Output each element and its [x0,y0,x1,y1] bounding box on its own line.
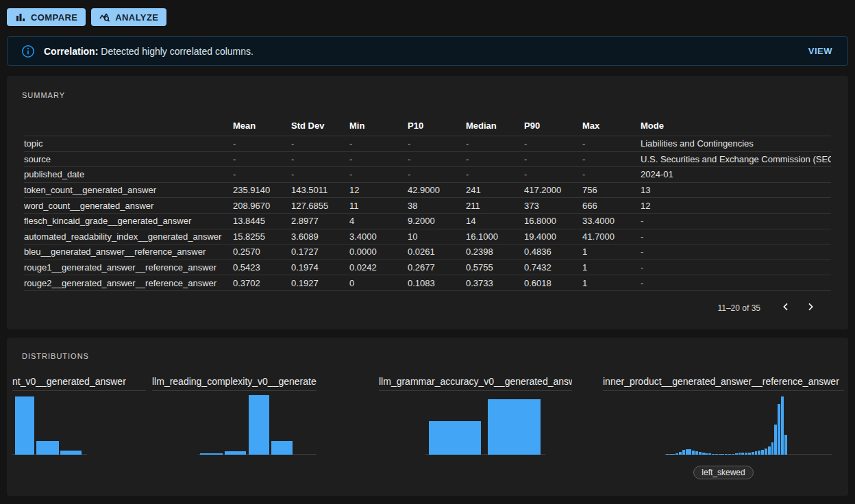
row-value: 0.0000 [349,247,408,257]
histogram-bar [36,441,58,455]
row-value: 0.4836 [524,247,582,257]
table-row[interactable]: topic-------Liabilities and Contingencie… [24,136,831,152]
compare-button[interactable]: COMPARE [7,8,86,26]
histogram-bar [732,454,734,455]
histogram-bar [752,452,754,455]
table-row[interactable]: published_date-------2024-01 [24,167,831,183]
row-value: - [466,169,524,179]
row-value: 12 [641,201,831,211]
column-header: P90 [524,121,582,131]
chevron-left-icon [780,301,791,314]
alert-message: Detected highly correlated columns. [101,46,253,57]
table-row[interactable]: flesch_kincaid_grade__generated_answer13… [24,214,831,229]
table-row[interactable]: source-------U.S. Securities and Exchang… [24,152,831,168]
column-header: Median [466,121,524,131]
row-label: bleu__generated_answer__reference_answer [24,247,233,257]
row-value: 13.8445 [233,216,291,226]
row-value: - [291,154,349,164]
table-row[interactable]: word_count__generated_answer208.9670127.… [24,198,831,214]
column-header: Min [349,121,408,131]
row-value: 13 [641,185,831,195]
histogram-bar [741,453,744,455]
row-value: - [582,169,641,179]
histogram [12,390,146,455]
table-row[interactable]: token_count__generated_answer235.9140143… [24,183,831,199]
distribution-chart-4: inner_product__generated_answer__referen… [603,375,844,479]
row-value: 0.1083 [408,278,466,288]
row-value: - [641,262,831,273]
row-value: 0.1974 [291,262,349,273]
row-value: - [524,154,582,164]
row-value: 10 [408,231,466,242]
histogram-bar [666,454,669,455]
pagination-range-label: 11–20 of 35 [717,303,760,313]
row-value: U.S. Securities and Exchange Commission … [641,154,831,164]
row-value: 666 [582,201,641,211]
distribution-chart-3: llm_grammar_accuracy_v0__generated_answe… [379,375,572,455]
histogram-bar [692,451,695,455]
row-value: - [233,154,291,164]
row-value: 1 [582,262,641,273]
compare-button-label: COMPARE [31,12,77,23]
row-label: published_date [24,169,233,179]
chart-title: llm_grammar_accuracy_v0__generated_answe… [379,375,572,390]
row-value: - [641,216,831,226]
row-value: 417.2000 [524,185,582,195]
histogram-bar [60,451,82,455]
toolbar: COMPARE ANALYZE [7,8,855,26]
histogram-bar [429,421,481,455]
analyze-button-label: ANALYZE [115,12,158,23]
row-value: 143.5011 [291,185,349,195]
row-value: - [233,138,291,149]
histogram-bar [682,450,685,455]
row-value: 33.4000 [582,216,641,226]
histogram-bar [761,450,764,455]
table-row[interactable]: bleu__generated_answer__reference_answer… [24,244,831,260]
column-header: Mode [641,121,831,131]
analyze-button[interactable]: ANALYZE [91,8,166,26]
table-row[interactable]: rouge1__generated_answer__reference_answ… [24,260,831,276]
row-value: 16.1000 [466,231,524,242]
histogram-bar [739,453,741,455]
table-row[interactable]: automated_readability_index__generated_a… [24,229,831,245]
bar-chart-icon [15,12,26,23]
column-header: Max [582,121,641,131]
distributions-panel: DISTRIBUTIONS nt_v0__generated_answer ll… [7,338,848,496]
histogram-bar [488,399,541,455]
summary-table-header: MeanStd DevMinP10MedianP90MaxMode [24,116,831,136]
row-value: - [524,138,582,149]
query-stats-icon [99,12,110,23]
summary-section-label: SUMMARY [7,76,848,99]
histogram-bar [676,453,678,455]
row-value: 4 [349,216,408,226]
next-page-button[interactable] [800,299,821,317]
row-value: - [641,247,831,257]
row-value: - [233,169,291,179]
summary-panel: SUMMARY MeanStd DevMinP10MedianP90MaxMod… [7,76,848,329]
row-value: 0.2677 [408,262,466,273]
row-value: 0.1727 [291,247,349,257]
row-value: 41.7000 [582,231,641,242]
row-value: - [349,154,408,164]
histogram-bar [712,454,715,455]
histogram-bar [689,449,691,455]
view-button[interactable]: VIEW [804,43,837,59]
chart-title: inner_product__generated_answer__referen… [603,375,844,390]
previous-page-button[interactable] [776,299,796,317]
row-value: 0.5755 [466,262,524,273]
histogram-bar [758,451,760,455]
histogram-bar [715,454,718,455]
table-row[interactable]: rouge2__generated_answer__reference_answ… [24,275,831,291]
alert-title: Correlation: [44,46,98,57]
histogram-bar [200,453,223,455]
row-value: 0.1927 [291,278,349,288]
row-value: - [291,169,349,179]
row-label: automated_readability_index__generated_a… [24,231,233,242]
histogram-bar [702,453,705,455]
row-value: 0.0261 [408,247,466,257]
histogram-bar [784,435,787,455]
row-value: 0.3702 [233,278,291,288]
row-label: source [24,154,233,164]
histogram-bar [672,454,675,455]
row-value: 2024-01 [641,169,831,179]
